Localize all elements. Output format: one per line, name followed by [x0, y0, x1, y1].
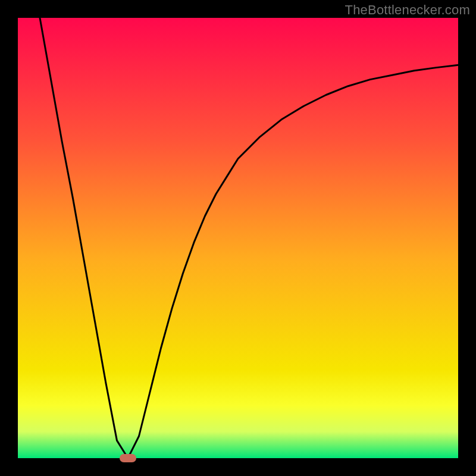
minimum-marker [120, 454, 136, 462]
gradient-background [18, 18, 458, 458]
plot-area [18, 18, 458, 458]
chart-frame: TheBottlenecker.com [0, 0, 476, 476]
chart-svg [18, 18, 458, 458]
watermark-text: TheBottlenecker.com [345, 2, 470, 18]
